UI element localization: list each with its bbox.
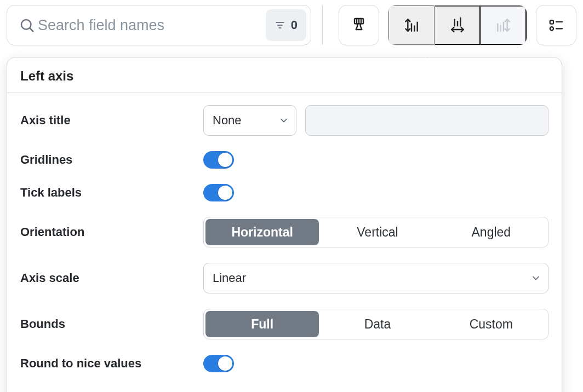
gridlines-toggle[interactable] <box>203 151 234 169</box>
svg-rect-21 <box>550 20 553 24</box>
panel-title: Left axis <box>7 57 562 93</box>
orientation-label: Orientation <box>20 225 193 239</box>
search-icon <box>17 15 37 35</box>
left-axis-panel: Left axis Axis title None Gridlines Tick <box>7 57 562 392</box>
axis-scale-value: Linear <box>213 271 246 285</box>
axis-title-input[interactable] <box>305 105 548 136</box>
search-input[interactable] <box>37 5 260 45</box>
row-round-nice: Round to nice values <box>17 347 552 380</box>
search-field-wrap: 0 <box>7 5 311 45</box>
tick-labels-toggle[interactable] <box>203 184 234 201</box>
orientation-option-vertical[interactable]: Vertical <box>321 219 434 245</box>
gridlines-label: Gridlines <box>20 153 193 167</box>
svg-point-22 <box>550 27 553 30</box>
row-orientation: Orientation Horizontal Vertical Angled <box>17 209 552 255</box>
round-nice-label: Round to nice values <box>20 356 193 371</box>
svg-line-1 <box>30 28 33 32</box>
brush-icon <box>350 16 368 34</box>
chart-toolbar <box>339 5 576 45</box>
orientation-option-angled[interactable]: Angled <box>435 219 548 245</box>
filter-icon <box>275 20 285 31</box>
filter-count-chip[interactable]: 0 <box>266 9 306 41</box>
bounds-segmented: Full Data Custom <box>203 309 548 339</box>
axis-scale-label: Axis scale <box>20 271 193 285</box>
row-axis-title: Axis title None <box>17 97 552 143</box>
bounds-option-full[interactable]: Full <box>205 311 319 337</box>
chevron-down-icon <box>278 115 289 126</box>
right-axis-icon <box>495 16 512 34</box>
bounds-option-custom[interactable]: Custom <box>435 311 548 337</box>
axis-title-mode-value: None <box>213 113 242 128</box>
round-nice-toggle[interactable] <box>203 355 234 372</box>
row-gridlines: Gridlines <box>17 143 552 176</box>
orientation-option-horizontal[interactable]: Horizontal <box>205 219 319 245</box>
row-axis-scale: Axis scale Linear <box>17 255 552 301</box>
axis-title-mode-select[interactable]: None <box>203 105 296 136</box>
vertical-divider <box>322 5 323 45</box>
bounds-label: Bounds <box>20 317 193 331</box>
right-axis-button <box>481 5 527 45</box>
bounds-option-data[interactable]: Data <box>321 311 434 337</box>
left-axis-button[interactable] <box>388 5 435 45</box>
legend-button[interactable] <box>536 5 576 45</box>
tick-labels-label: Tick labels <box>20 186 193 200</box>
legend-icon <box>548 17 564 33</box>
bottom-axis-button[interactable] <box>435 5 481 45</box>
left-axis-icon <box>403 16 420 34</box>
axis-button-group <box>388 5 527 45</box>
chevron-down-icon <box>530 273 541 284</box>
row-tick-labels: Tick labels <box>17 176 552 209</box>
bottom-axis-icon <box>449 16 466 34</box>
axis-scale-select[interactable]: Linear <box>203 263 548 293</box>
orientation-segmented: Horizontal Vertical Angled <box>203 217 548 247</box>
filter-count-value: 0 <box>291 18 298 32</box>
row-bounds: Bounds Full Data Custom <box>17 301 552 347</box>
top-bar: 0 <box>0 0 583 51</box>
axis-title-label: Axis title <box>20 113 193 128</box>
style-brush-button[interactable] <box>339 5 379 45</box>
